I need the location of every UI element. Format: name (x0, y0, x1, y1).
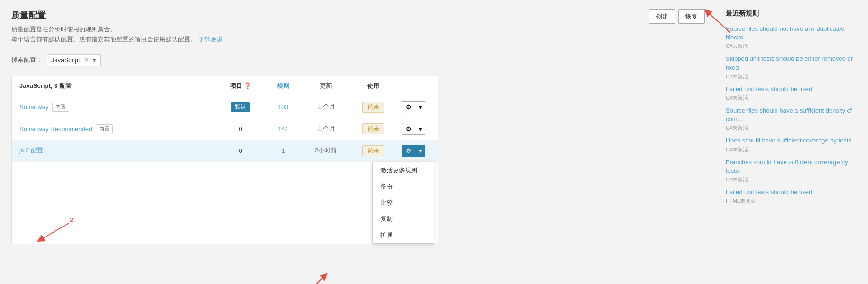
builtin-tag: 内置 (52, 103, 69, 112)
header-action (397, 82, 430, 90)
dropdown-icon[interactable]: ▾ (93, 57, 96, 64)
table-row: Sonar way Recommended 内置 0 144 上个月 尚未 ⚙ … (12, 118, 438, 140)
clear-icon[interactable]: ✕ (84, 57, 89, 64)
update-cell: 上个月 (302, 124, 350, 133)
project-cell: 0 (217, 125, 264, 133)
default-badge: 默认 (231, 102, 250, 112)
gear-button-row1[interactable]: ⚙ ▾ (402, 101, 425, 113)
rule-link[interactable]: Source files should not have any duplica… (726, 25, 859, 42)
rule-link[interactable]: Lines should have sufficient coverage by… (726, 136, 859, 145)
usage-cell: 尚未 (350, 123, 397, 134)
project-help-icon[interactable]: ❓ (244, 82, 251, 89)
quality-profiles-table: JavaScript, 3 配置 项目 ❓ 规则 更新 使用 Sonar way… (11, 76, 438, 244)
create-button[interactable]: 创建 (649, 9, 675, 24)
rules-cell: 103 (264, 104, 302, 111)
restore-button[interactable]: 恢复 (678, 9, 705, 24)
header-usage: 使用 (350, 82, 397, 90)
profile-name-link[interactable]: Sonar way (19, 104, 48, 111)
rule-item: Skipped unit tests should be either remo… (726, 55, 859, 80)
svg-line-4 (301, 275, 325, 284)
menu-item-activate[interactable]: 激活更多规则 (373, 162, 434, 179)
gear-main-btn[interactable]: ⚙ (402, 101, 416, 113)
profile-name-link[interactable]: js 2 配置 (19, 146, 43, 155)
search-bar: 搜索配置： JavaScript ✕ ▾ (11, 54, 705, 66)
gear-dropdown-btn[interactable]: ▾ (416, 123, 425, 135)
gear-main-btn[interactable]: ⚙ (402, 145, 416, 157)
project-cell: 0 (217, 147, 264, 154)
usage-cell: 尚未 (350, 145, 397, 156)
project-cell: 默认 (217, 102, 264, 112)
rule-link[interactable]: Failed unit tests should be fixed (726, 188, 859, 197)
builtin-tag: 内置 (96, 124, 113, 133)
usage-badge: 尚未 (362, 123, 384, 134)
menu-item-backup[interactable]: 备份 (373, 179, 434, 195)
rule-item: Failed unit tests should be fixed C#未激活 (726, 85, 859, 102)
profile-name-link[interactable]: Sonar way Recommended (19, 125, 92, 133)
menu-item-compare[interactable]: 比较 (373, 195, 434, 211)
action-cell: ⚙ ▾ (397, 123, 430, 135)
rules-cell: 1 (264, 147, 302, 154)
right-panel: 最近新规则 Source files should not have any d… (716, 0, 868, 284)
rule-item: Failed unit tests should be fixed HTML未激… (726, 188, 859, 205)
rule-link[interactable]: Source files should have a sufficient de… (726, 106, 859, 123)
table-row: js 2 配置 0 1 2小时前 尚未 ⚙ ▾ (12, 140, 438, 162)
usage-badge: 尚未 (362, 102, 384, 113)
rule-inactive: C#未激活 (726, 73, 859, 80)
update-cell: 上个月 (302, 103, 350, 111)
gear-button-row2[interactable]: ⚙ ▾ (402, 123, 425, 135)
action-cell: ⚙ ▾ (397, 145, 430, 157)
search-value: JavaScript (51, 57, 80, 64)
search-select[interactable]: JavaScript ✕ ▾ (47, 54, 101, 66)
gear-button-row3[interactable]: ⚙ ▾ (402, 145, 425, 157)
menu-item-copy[interactable]: 复制 (373, 211, 434, 227)
dropdown-menu: 激活更多规则 备份 比较 复制 扩展 (372, 162, 434, 244)
rule-inactive: C#未激活 (726, 95, 859, 102)
table-header: JavaScript, 3 配置 项目 ❓ 规则 更新 使用 (12, 76, 438, 96)
rule-item: Source files should not have any duplica… (726, 25, 859, 50)
page-description: 质量配置是在分析时使用的规则集合。 每个语言都有默认配置。没有指定其他配置的项目… (11, 25, 223, 45)
page-title: 质量配置 (11, 9, 223, 21)
annotation-arrow-3: 3 (296, 266, 344, 284)
usage-badge: 尚未 (362, 145, 384, 156)
gear-dropdown-btn[interactable]: ▾ (416, 101, 425, 113)
rules-cell: 144 (264, 125, 302, 133)
table-row: Sonar way 内置 默认 103 上个月 尚未 ⚙ ▾ (12, 96, 438, 118)
rule-inactive: C#未激活 (726, 124, 859, 132)
search-label: 搜索配置： (11, 56, 42, 64)
rule-item: Source files should have a sufficient de… (726, 106, 859, 132)
header-rules: 规则 (264, 82, 302, 90)
rule-inactive: HTML未激活 (726, 198, 859, 205)
rule-inactive: C#未激活 (726, 176, 859, 183)
rule-item: Branches should have sufficient coverage… (726, 158, 859, 183)
menu-item-extend[interactable]: 扩展 (373, 227, 434, 243)
header-name: JavaScript, 3 配置 (19, 82, 217, 90)
update-cell: 2小时前 (302, 146, 350, 155)
action-cell: ⚙ ▾ (397, 101, 430, 113)
rule-inactive: C#未激活 (726, 146, 859, 153)
rule-link[interactable]: Branches should have sufficient coverage… (726, 158, 859, 175)
rule-inactive: C#未激活 (726, 43, 859, 50)
header-project: 项目 ❓ (217, 82, 264, 90)
rule-item: Lines should have sufficient coverage by… (726, 136, 859, 153)
learn-more-link[interactable]: 了解更多 (198, 36, 223, 43)
rule-link[interactable]: Skipped unit tests should be either remo… (726, 55, 859, 72)
header-update: 更新 (302, 82, 350, 90)
right-panel-title: 最近新规则 (726, 9, 859, 18)
gear-dropdown-btn[interactable]: ▾ (416, 145, 425, 157)
gear-main-btn[interactable]: ⚙ (402, 123, 416, 135)
usage-cell: 尚未 (350, 102, 397, 113)
rule-link[interactable]: Failed unit tests should be fixed (726, 85, 859, 94)
